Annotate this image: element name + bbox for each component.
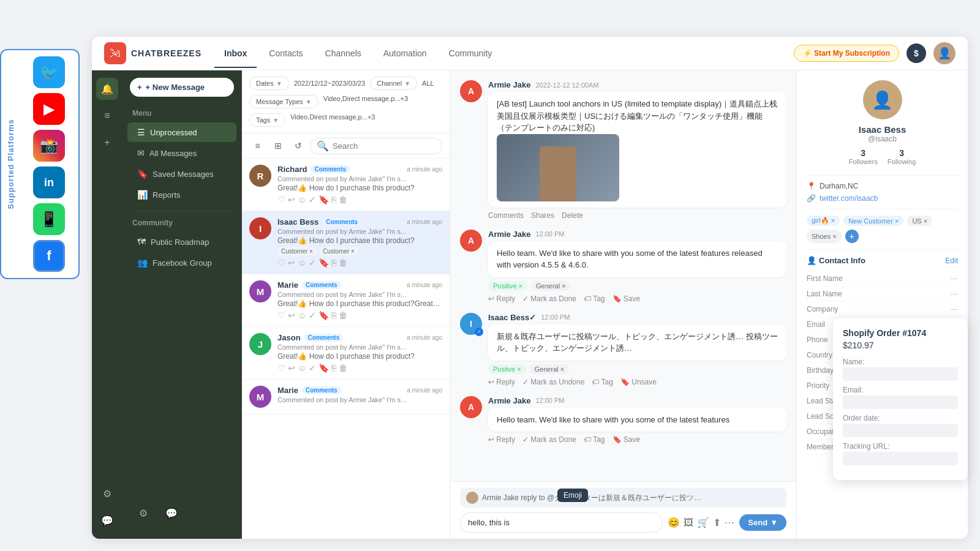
reply-icon4[interactable]: ↩ — [288, 363, 295, 373]
reply-icon[interactable]: ↩ — [288, 195, 295, 204]
conv-item-richard[interactable]: R Richard Comments a minute ago Commente… — [242, 159, 450, 211]
conv-tag-customer1[interactable]: Customer × — [277, 247, 317, 255]
mark-done-btn-2[interactable]: ✓ Mark as Done — [522, 294, 576, 303]
check-icon[interactable]: ✓ — [309, 195, 316, 204]
delete-icon2[interactable]: 🗑 — [339, 258, 347, 268]
save-btn-4[interactable]: 🔖 Save — [612, 435, 641, 444]
tag-btn-2[interactable]: 🏷 Tag — [584, 294, 605, 303]
help-icon[interactable]: 💬 — [160, 502, 183, 524]
conv-item-isaac[interactable]: I Isaac Bess Comments a minute ago Comme… — [242, 211, 450, 274]
heart-icon[interactable]: ♡ — [277, 195, 285, 204]
ctag-us[interactable]: US × — [907, 216, 932, 226]
heart-icon2[interactable]: ♡ — [277, 258, 285, 268]
chat-input-field[interactable] — [460, 512, 663, 533]
copy-icon3[interactable]: ⎘ — [331, 310, 336, 320]
save-btn-2[interactable]: 🔖 Save — [612, 294, 641, 303]
ctag-shoes[interactable]: Shoes × — [807, 230, 842, 243]
more-input-icon[interactable]: ⋯ — [725, 517, 734, 528]
menu-item-saved[interactable]: 🔖 Saved Messages — [127, 164, 236, 184]
refresh-btn[interactable]: ↺ — [290, 137, 306, 154]
delete-icon4[interactable]: 🗑 — [339, 363, 347, 373]
copy-icon[interactable]: ⎘ — [331, 195, 336, 204]
youtube-icon[interactable]: ▶ — [33, 93, 65, 125]
grid-view-btn[interactable]: ⊞ — [270, 137, 286, 154]
tab-community[interactable]: Community — [439, 45, 502, 62]
ctag-girl[interactable]: girl🔥 × — [807, 216, 840, 226]
conv-tag-customer2[interactable]: Customer × — [319, 247, 358, 255]
sidebar-add-icon[interactable]: + — [96, 132, 118, 154]
heart-icon4[interactable]: ♡ — [277, 363, 285, 373]
heart-icon3[interactable]: ♡ — [277, 310, 285, 320]
msg-tag-general[interactable]: General × — [531, 281, 571, 291]
subscription-button[interactable]: ⚡ Start My Subscription — [794, 45, 899, 62]
shares-action[interactable]: Shares — [531, 211, 554, 220]
conv-item-marie2[interactable]: M Marie Comments a minute ago Commented … — [242, 380, 450, 414]
conv-search-input[interactable] — [333, 141, 435, 151]
msg-video-thumb-1[interactable]: ▶ — [497, 134, 619, 201]
sidebar-settings-icon[interactable]: ⚙ — [96, 482, 118, 504]
menu-item-facebook-group[interactable]: 👥 Facebook Group — [127, 253, 236, 272]
reply-icon3[interactable]: ↩ — [288, 310, 295, 320]
tag-btn-4[interactable]: 🏷 Tag — [584, 435, 605, 444]
whatsapp-icon[interactable]: 📱 — [33, 203, 65, 235]
menu-item-all-messages[interactable]: ✉ All Messages — [127, 143, 236, 163]
new-message-button[interactable]: + + New Message — [130, 78, 234, 97]
msg-tag-positive[interactable]: Positive × — [488, 281, 527, 291]
dollar-button[interactable]: $ — [907, 43, 926, 63]
image-input-icon[interactable]: 🖼 — [684, 517, 693, 528]
sidebar-layers-icon[interactable]: ≡ — [96, 105, 118, 127]
emoji-icon2[interactable]: ☺ — [298, 258, 306, 268]
menu-item-unprocessed[interactable]: ☰ Unprocessed — [127, 122, 236, 142]
tab-inbox[interactable]: Inbox — [214, 45, 257, 62]
check-icon4[interactable]: ✓ — [309, 363, 316, 373]
save-icon4[interactable]: 🔖 — [318, 363, 329, 373]
check-icon3[interactable]: ✓ — [309, 310, 316, 320]
delete-icon3[interactable]: 🗑 — [339, 310, 347, 320]
cart-input-icon[interactable]: 🛒 — [697, 517, 709, 528]
user-avatar[interactable]: 👤 — [933, 42, 956, 64]
menu-item-reports[interactable]: 📊 Reports — [127, 185, 236, 204]
list-view-btn[interactable]: ≡ — [249, 137, 266, 154]
copy-icon2[interactable]: ⎘ — [331, 258, 336, 268]
save-icon[interactable]: 🔖 — [318, 195, 329, 204]
emoji-icon3[interactable]: ☺ — [298, 310, 306, 320]
copy-icon4[interactable]: ⎘ — [331, 363, 336, 373]
tag-btn-3[interactable]: 🏷 Tag — [592, 378, 612, 386]
filter-tags[interactable]: Tags ▼ — [249, 113, 285, 127]
mark-undone-btn-3[interactable]: ✓ Mark as Undone — [522, 378, 584, 386]
tab-channels[interactable]: Channels — [315, 45, 371, 62]
msg-tag-general-3[interactable]: General × — [530, 364, 570, 374]
conv-item-marie1[interactable]: M Marie Comments a minute ago Commented … — [242, 274, 450, 327]
sidebar-alert-icon[interactable]: 🔔 — [96, 78, 118, 100]
delete-action[interactable]: Delete — [562, 211, 583, 220]
filter-channel[interactable]: Channel ▼ — [370, 77, 417, 90]
delete-icon[interactable]: 🗑 — [339, 195, 347, 204]
settings-gear-icon[interactable]: ⚙ — [132, 502, 154, 524]
edit-contact-button[interactable]: Edit — [945, 257, 958, 265]
mark-done-btn-4[interactable]: ✓ Mark as Done — [522, 435, 576, 444]
unsave-btn-3[interactable]: 🔖 Unsave — [620, 378, 657, 386]
send-button[interactable]: Send ▼ — [739, 514, 786, 531]
sidebar-support-icon[interactable]: 💬 — [96, 509, 118, 531]
reply-icon2[interactable]: ↩ — [288, 258, 295, 268]
upload-input-icon[interactable]: ⬆ — [713, 517, 721, 528]
facebook-icon[interactable]: f — [33, 240, 65, 272]
linkedin-icon[interactable]: in — [33, 167, 65, 198]
msg-tag-positive-3[interactable]: Positve × — [488, 364, 526, 374]
instagram-icon[interactable]: 📸 — [33, 130, 65, 162]
save-icon2[interactable]: 🔖 — [318, 258, 329, 268]
save-icon3[interactable]: 🔖 — [318, 310, 329, 320]
comments-action[interactable]: Comments — [488, 211, 524, 220]
twitter-icon[interactable]: 🐦 — [33, 56, 65, 88]
reply-btn-4[interactable]: ↩ Reply — [488, 435, 515, 444]
reply-btn-2[interactable]: ↩ Reply — [488, 294, 515, 303]
reply-btn-3[interactable]: ↩ Reply — [488, 378, 515, 386]
twitter-link[interactable]: twitter.com/isaacb — [820, 194, 878, 203]
add-tag-button[interactable]: + — [845, 230, 859, 243]
tab-automation[interactable]: Automation — [374, 45, 437, 62]
emoji-input-icon[interactable]: 😊 — [668, 517, 680, 528]
conv-item-jason[interactable]: J Jason Comments a minute ago Commented … — [242, 327, 450, 380]
ctag-new-customer[interactable]: New Customer × — [843, 216, 903, 226]
filter-dates[interactable]: Dates ▼ — [249, 77, 289, 90]
tab-contacts[interactable]: Contacts — [259, 45, 312, 62]
